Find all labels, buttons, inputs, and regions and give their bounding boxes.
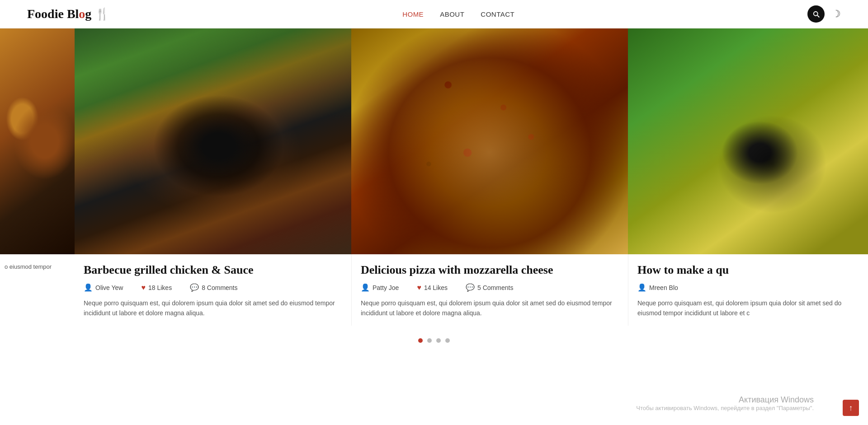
bbq-comments: 8 Comments bbox=[202, 284, 237, 291]
right-partial-meta: 👤 Mreen Blo bbox=[637, 283, 859, 292]
main-content bbox=[0, 28, 868, 254]
logo[interactable]: Foodie Blog 🍴 bbox=[27, 7, 109, 21]
user-icon-3: 👤 bbox=[637, 283, 646, 292]
right-partial-author-item: 👤 Mreen Blo bbox=[637, 283, 678, 292]
header: Foodie Blog 🍴 HOME ABOUT CONTACT ☽ bbox=[0, 0, 868, 28]
pizza-likes: 14 Likes bbox=[424, 284, 448, 291]
right-partial-title: How to make a qu bbox=[637, 263, 859, 277]
comment-icon-2: 💬 bbox=[466, 283, 475, 292]
pizza-author: Patty Joe bbox=[373, 284, 399, 291]
pizza-excerpt: Neque porro quisquam est, qui dolorem ip… bbox=[361, 298, 619, 318]
pagination-dot-2[interactable] bbox=[427, 338, 432, 343]
pizza-comments: 5 Comments bbox=[477, 284, 513, 291]
comment-icon: 💬 bbox=[190, 283, 199, 292]
user-icon-2: 👤 bbox=[361, 283, 370, 292]
nav-about[interactable]: ABOUT bbox=[440, 10, 464, 18]
bbq-title: Barbecue grilled chicken & Sauce bbox=[84, 263, 342, 277]
card-bbq-image bbox=[75, 28, 351, 254]
card-bbq[interactable] bbox=[75, 28, 351, 254]
pizza-title: Delicious pizza with mozzarella cheese bbox=[361, 263, 619, 277]
card-right-edge bbox=[628, 28, 868, 254]
bbq-card-info: Barbecue grilled chicken & Sauce 👤 Olive… bbox=[75, 254, 351, 326]
dark-mode-icon[interactable]: ☽ bbox=[832, 8, 841, 20]
nav-home[interactable]: HOME bbox=[402, 10, 424, 18]
right-partial-author: Mreen Blo bbox=[649, 284, 678, 291]
search-icon bbox=[812, 10, 820, 18]
nav-contact[interactable]: CONTACT bbox=[481, 10, 514, 18]
pagination-dot-1[interactable] bbox=[418, 338, 423, 343]
bbq-author: Olive Yew bbox=[95, 284, 123, 291]
pizza-meta: 👤 Patty Joe ♥ 14 Likes 💬 5 Comments bbox=[361, 283, 619, 292]
left-partial-excerpt: o eiusmod tempor bbox=[5, 263, 70, 270]
card-left-edge bbox=[0, 28, 75, 254]
pagination bbox=[0, 326, 868, 352]
header-actions: ☽ bbox=[807, 5, 841, 23]
card-pizza-image bbox=[351, 28, 628, 254]
pagination-dot-4[interactable] bbox=[445, 338, 450, 343]
right-partial-card-info: How to make a qu 👤 Mreen Blo Neque porro… bbox=[628, 254, 868, 326]
user-icon: 👤 bbox=[84, 283, 93, 292]
heart-icon: ♥ bbox=[141, 284, 146, 292]
cards-info-row: o eiusmod tempor Barbecue grilled chicke… bbox=[0, 254, 868, 326]
bbq-author-item: 👤 Olive Yew bbox=[84, 283, 123, 292]
pagination-dot-3[interactable] bbox=[436, 338, 441, 343]
bbq-likes-item: ♥ 18 Likes bbox=[141, 284, 172, 292]
left-partial-info: o eiusmod tempor bbox=[0, 254, 75, 326]
card-right-image bbox=[628, 28, 868, 254]
main-nav: HOME ABOUT CONTACT bbox=[402, 10, 514, 18]
right-partial-excerpt: Neque porro quisquam est, qui dolorem ip… bbox=[637, 298, 859, 318]
bbq-comments-item: 💬 8 Comments bbox=[190, 283, 237, 292]
pizza-card-info: Delicious pizza with mozzarella cheese 👤… bbox=[351, 254, 628, 326]
search-button[interactable] bbox=[807, 5, 825, 23]
bbq-meta: 👤 Olive Yew ♥ 18 Likes 💬 8 Comments bbox=[84, 283, 342, 292]
pizza-comments-item: 💬 5 Comments bbox=[466, 283, 513, 292]
logo-text: Foodie Blog bbox=[27, 7, 91, 21]
pizza-likes-item: ♥ 14 Likes bbox=[417, 284, 448, 292]
heart-icon-2: ♥ bbox=[417, 284, 421, 292]
bbq-likes: 18 Likes bbox=[148, 284, 172, 291]
fork-icon: 🍴 bbox=[95, 7, 109, 21]
bbq-excerpt: Neque porro quisquam est, qui dolorem ip… bbox=[84, 298, 342, 318]
pizza-author-item: 👤 Patty Joe bbox=[361, 283, 399, 292]
card-pizza[interactable] bbox=[351, 28, 628, 254]
card-left-image bbox=[0, 28, 75, 254]
